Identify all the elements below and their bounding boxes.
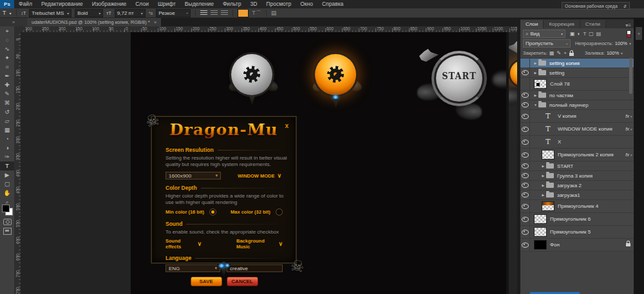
- fx-badge[interactable]: fx ▾: [625, 152, 632, 158]
- menu-item-изображение[interactable]: Изображение: [88, 0, 131, 8]
- collapse-dock-icon[interactable]: «: [636, 27, 642, 40]
- align-left-icon[interactable]: [200, 10, 207, 16]
- layer-row[interactable]: Прямоугольник 2 копияfx ▾: [520, 149, 634, 161]
- resolution-select[interactable]: 1600x900 ▾: [166, 172, 221, 179]
- expander-icon[interactable]: ▶: [540, 174, 546, 178]
- cancel-button[interactable]: CANCEL: [227, 277, 258, 286]
- sound-effects-label[interactable]: Sound effects: [166, 238, 194, 250]
- menu-item-3d[interactable]: 3D: [245, 0, 261, 8]
- window-mode-chevron-icon[interactable]: ∨: [278, 172, 282, 179]
- menu-item-справка[interactable]: Справка: [317, 0, 348, 8]
- menu-item-слои[interactable]: Слои: [131, 0, 153, 8]
- background-music-label[interactable]: Background Music: [236, 238, 276, 250]
- layers-scrollbar[interactable]: [629, 58, 632, 94]
- gradient-tool[interactable]: ▦: [0, 125, 14, 134]
- lock-paint-icon[interactable]: ✎: [557, 50, 562, 56]
- settings-orb-silver[interactable]: [231, 54, 272, 95]
- tab-close-icon[interactable]: ×: [154, 19, 157, 25]
- move-tool[interactable]: ⌖: [0, 26, 14, 35]
- sound-effects-chevron-icon[interactable]: ∨: [197, 241, 202, 247]
- panel-menu-icon[interactable]: ▾≡: [625, 23, 634, 28]
- pen-tool[interactable]: ✑: [0, 152, 14, 161]
- toggle-panels-icon[interactable]: ▤: [271, 10, 277, 16]
- settings-orb-orange[interactable]: [315, 54, 356, 95]
- visibility-cell[interactable]: [520, 110, 530, 122]
- brush-tool[interactable]: ✎: [0, 89, 14, 98]
- hand-tool[interactable]: ✋: [0, 188, 14, 198]
- eraser-tool[interactable]: ▱: [0, 116, 14, 125]
- layer-row[interactable]: TWINDOW MODE копияfx ▾: [520, 123, 634, 136]
- visibility-cell[interactable]: [520, 100, 530, 109]
- quick-mask-button[interactable]: [3, 219, 12, 225]
- lock-transparency-icon[interactable]: ▦: [549, 50, 554, 56]
- save-button[interactable]: SAVE: [191, 277, 222, 286]
- menu-item-редактирование[interactable]: Редактирование: [37, 0, 88, 8]
- text-color-swatch[interactable]: [238, 9, 249, 17]
- expander-icon[interactable]: ▶: [533, 93, 538, 97]
- font-style-select[interactable]: Bold ▾: [75, 9, 103, 17]
- layer-row[interactable]: Фон: [520, 239, 634, 252]
- chevron-down-icon[interactable]: ▾: [629, 41, 631, 46]
- layer-filter-select[interactable]: ⌕ Вид ▾: [523, 30, 565, 38]
- canvas[interactable]: START ☠ ☠ x Dragon-Mu Screen Resulution …: [131, 32, 506, 294]
- visibility-cell[interactable]: [520, 161, 530, 170]
- menu-item-окно[interactable]: Окно: [296, 0, 317, 8]
- visibility-cell[interactable]: [520, 91, 530, 100]
- blend-mode-select[interactable]: Пропустить ÷: [523, 39, 571, 48]
- expander-icon[interactable]: ▶: [540, 193, 546, 197]
- filter-type-layers-icon[interactable]: T: [583, 31, 586, 37]
- filter-pixel-layers-icon[interactable]: ▣: [570, 31, 575, 37]
- panel-tab-коррекция[interactable]: Коррекция: [544, 20, 580, 28]
- layer-row[interactable]: ▶setting копия: [520, 59, 634, 68]
- expander-icon[interactable]: ▶: [533, 71, 538, 75]
- text-orientation-icon[interactable]: ↕T: [21, 11, 26, 15]
- layer-row[interactable]: Слой 78: [520, 78, 634, 91]
- tool-preset-chevron-icon[interactable]: ▾: [10, 11, 12, 15]
- filter-smart-objects-icon[interactable]: ▤: [596, 31, 601, 37]
- server-name-input[interactable]: creative: [227, 264, 283, 272]
- fx-badge[interactable]: fx ▾: [625, 126, 632, 132]
- filter-toggle-switch[interactable]: [627, 30, 631, 38]
- visibility-cell[interactable]: [520, 68, 530, 77]
- visibility-cell[interactable]: [520, 213, 530, 225]
- max-color-radio[interactable]: [276, 208, 283, 216]
- layer-row[interactable]: ▶Группа 3 копия: [520, 171, 634, 181]
- visibility-cell[interactable]: [520, 123, 530, 135]
- menu-item-шрифт[interactable]: Шрифт: [153, 0, 180, 8]
- clone-stamp-tool[interactable]: ⌘: [0, 98, 14, 107]
- layer-row[interactable]: ▶setting: [520, 68, 634, 78]
- warp-text-icon[interactable]: T⌒: [252, 9, 261, 17]
- crop-tool[interactable]: ⌗: [0, 62, 14, 71]
- visibility-cell[interactable]: [520, 239, 530, 251]
- layer-row[interactable]: ▶по частям: [520, 91, 634, 100]
- visibility-cell[interactable]: [520, 136, 530, 148]
- layer-row[interactable]: TV копияfx ▾: [520, 110, 634, 123]
- menu-item-фильтр[interactable]: Фильтр: [218, 0, 246, 8]
- fx-badge[interactable]: fx ▾: [625, 113, 632, 119]
- quick-selection-tool[interactable]: ✦: [0, 53, 14, 62]
- expander-icon[interactable]: ▶: [540, 183, 546, 187]
- chevron-down-icon[interactable]: ▾: [621, 51, 623, 55]
- dodge-tool[interactable]: ◑: [0, 143, 14, 152]
- align-right-icon[interactable]: [221, 10, 228, 16]
- type-tool[interactable]: T: [0, 161, 14, 170]
- path-selection-tool[interactable]: ▶: [0, 170, 14, 179]
- marquee-tool[interactable]: ◌: [0, 35, 14, 44]
- menu-item-просмотр[interactable]: Просмотр: [261, 0, 296, 8]
- visibility-cell[interactable]: [520, 200, 530, 212]
- shape-tool[interactable]: ▢: [0, 179, 14, 188]
- font-family-select[interactable]: Trebuchet MS ▾: [29, 9, 71, 17]
- lock-position-icon[interactable]: +: [564, 50, 567, 56]
- lock-all-icon[interactable]: [569, 53, 574, 56]
- anti-alias-select[interactable]: Резкое ÷: [156, 9, 191, 17]
- layer-row[interactable]: ▶START: [520, 161, 634, 171]
- visibility-cell[interactable]: [520, 171, 530, 180]
- document-tab[interactable]: udaterMUDION3.psd @ 100% (setting копия,…: [27, 18, 161, 26]
- screen-mode-button[interactable]: [3, 228, 12, 235]
- menu-item-выделение[interactable]: Выделение: [180, 0, 218, 8]
- expander-icon[interactable]: ▶: [540, 164, 546, 168]
- lasso-tool[interactable]: ∿: [0, 44, 14, 53]
- visibility-cell[interactable]: [520, 78, 530, 90]
- visibility-cell[interactable]: [520, 181, 530, 190]
- visibility-cell[interactable]: [520, 59, 530, 68]
